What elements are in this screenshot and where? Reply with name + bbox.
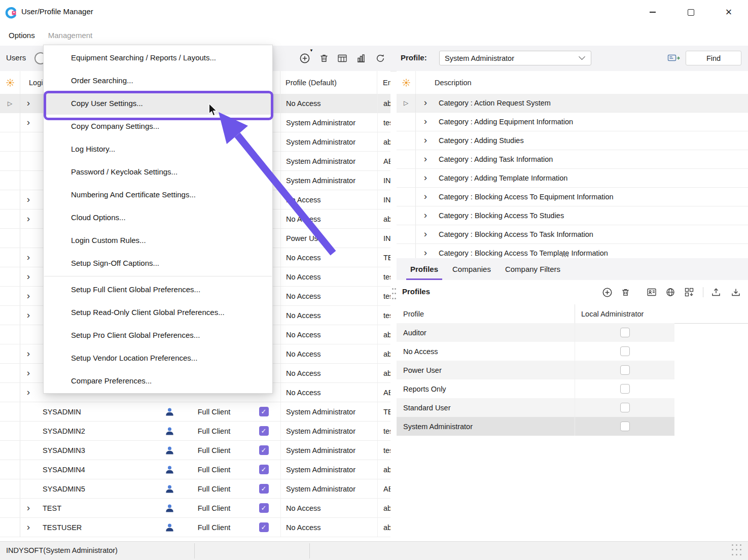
unchecked-checkbox[interactable] — [620, 403, 630, 412]
unchecked-checkbox[interactable] — [620, 422, 630, 431]
column-header-profile[interactable]: Profile — [397, 304, 575, 323]
checked-checkbox-icon[interactable]: ✓ — [259, 484, 269, 494]
menu-item[interactable]: Copy Company Settings... — [44, 115, 272, 137]
description-row[interactable]: ▷ › Category : Adding Template Informati… — [397, 169, 748, 188]
resize-grip[interactable] — [732, 544, 744, 556]
profile-row[interactable]: Reports Only — [397, 379, 674, 398]
maximize-button[interactable] — [679, 0, 702, 24]
profile-dropdown[interactable]: System Administrator — [439, 51, 591, 65]
menu-item[interactable]: Log History... — [44, 137, 272, 160]
close-button[interactable]: × — [717, 0, 740, 24]
menu-item[interactable]: Setup Vendor Location Preferences... — [44, 346, 272, 369]
expand-chevron-icon[interactable]: › — [416, 225, 435, 243]
find-button[interactable]: Find — [686, 51, 741, 65]
expand-chevron-icon[interactable]: › — [20, 248, 37, 267]
enabled-checkbox[interactable]: ✓ — [247, 422, 280, 440]
delete-profile-button[interactable] — [619, 286, 632, 299]
menu-item[interactable]: Login Custom Rules... — [44, 229, 272, 252]
user-table-row[interactable]: ▷ › SYSADMIN2 Full Client ✓ System Admin… — [0, 422, 390, 441]
expand-chevron-icon[interactable]: › — [20, 499, 37, 517]
minimize-button[interactable] — [641, 0, 664, 24]
user-table-row[interactable]: ▷ › SYSADMIN3 Full Client ✓ System Admin… — [0, 441, 390, 460]
unchecked-checkbox[interactable] — [620, 346, 630, 356]
settings-sun-icon[interactable] — [0, 71, 20, 94]
checked-checkbox-icon[interactable]: ✓ — [259, 445, 269, 455]
expand-chevron-icon[interactable]: › — [20, 518, 37, 537]
user-table-row[interactable]: ▷ › SYSADMIN Full Client ✓ System Admini… — [0, 402, 390, 422]
profile-row[interactable]: No Access — [397, 342, 674, 361]
horizontal-splitter-grip[interactable] — [562, 253, 575, 257]
enabled-checkbox[interactable]: ✓ — [247, 499, 280, 517]
tab-companies[interactable]: Companies — [445, 258, 498, 280]
checked-checkbox-icon[interactable]: ✓ — [259, 522, 269, 532]
expand-chevron-icon[interactable]: › — [416, 150, 435, 168]
menu-item[interactable]: Order Searching... — [44, 69, 272, 92]
expand-chevron-icon[interactable]: › — [20, 364, 37, 382]
import-button[interactable] — [729, 286, 742, 299]
description-row[interactable]: ▷ › Category : Blocking Access To Task I… — [397, 225, 748, 244]
menu-item[interactable]: Setup Pro Client Global Preferences... — [44, 324, 272, 346]
copy-profile-icon[interactable] — [667, 53, 681, 64]
expand-chevron-icon[interactable]: › — [20, 94, 37, 113]
enabled-checkbox[interactable]: ✓ — [247, 460, 280, 479]
profile-row[interactable]: Power User — [397, 361, 674, 379]
expand-chevron-icon[interactable]: › — [416, 206, 435, 225]
unchecked-checkbox[interactable] — [620, 365, 630, 375]
expand-chevron-icon[interactable]: › — [416, 131, 435, 150]
checked-checkbox-icon[interactable]: ✓ — [259, 407, 269, 416]
checked-checkbox-icon[interactable]: ✓ — [259, 503, 269, 513]
column-header-email[interactable]: Em — [377, 71, 390, 94]
expand-chevron-icon[interactable]: › — [20, 190, 37, 209]
enabled-checkbox[interactable]: ✓ — [247, 479, 280, 498]
vertical-splitter-grip[interactable] — [392, 288, 396, 301]
description-row[interactable]: ▷ › Category : Adding Task Information — [397, 150, 748, 169]
expand-chevron-icon[interactable]: › — [20, 306, 37, 325]
unchecked-checkbox[interactable] — [620, 328, 630, 337]
expand-chevron-icon[interactable]: › — [20, 113, 37, 132]
menu-options[interactable]: Options — [2, 27, 42, 43]
menu-item[interactable]: Numbering And Certificate Settings... — [44, 183, 272, 206]
tab-profiles[interactable]: Profiles — [403, 258, 445, 280]
menu-item[interactable]: Password / Keycloak Settings... — [44, 160, 272, 183]
description-row[interactable]: ▷ › Category : Adding Studies — [397, 131, 748, 150]
profile-row[interactable]: Standard User — [397, 398, 674, 417]
user-table-row[interactable]: ▷ › TEST Full Client ✓ No Access ab — [0, 499, 390, 518]
grid-add-button[interactable] — [683, 286, 696, 299]
expand-chevron-icon[interactable]: › — [20, 267, 37, 286]
profile-row[interactable]: System Administrator — [397, 417, 674, 436]
column-header-description[interactable]: Description — [416, 71, 748, 94]
menu-item[interactable]: Copy User Settings... — [44, 92, 272, 115]
column-header-profile[interactable]: Profile (Default) — [280, 71, 377, 94]
expand-chevron-icon[interactable]: › — [20, 344, 37, 363]
description-row[interactable]: ▷ › Category : Blocking Access To Equipm… — [397, 188, 748, 206]
description-row[interactable]: ▷ › Category : Action Request System — [397, 94, 748, 113]
unchecked-checkbox[interactable] — [620, 384, 630, 394]
menu-management[interactable]: Management — [42, 27, 99, 43]
description-row[interactable]: ▷ › Category : Adding Equipment Informat… — [397, 113, 748, 131]
user-table-row[interactable]: ▷ › TESTUSER Full Client ✓ No Access ab — [0, 518, 390, 537]
add-dropdown-caret-icon[interactable]: ▼ — [309, 48, 313, 53]
refresh-button[interactable] — [374, 52, 387, 65]
export-button[interactable] — [709, 286, 723, 299]
checked-checkbox-icon[interactable]: ✓ — [259, 465, 269, 474]
checked-checkbox-icon[interactable]: ✓ — [259, 426, 269, 436]
menu-item[interactable]: Setup Read-Only Client Global Preference… — [44, 301, 272, 324]
add-user-button[interactable]: ▼ — [298, 52, 311, 65]
user-table-row[interactable]: ▷ › SYSADMIN5 Full Client ✓ System Admin… — [0, 479, 390, 499]
enabled-checkbox[interactable]: ✓ — [247, 402, 280, 421]
chart-button[interactable] — [354, 52, 368, 65]
expand-chevron-icon[interactable]: › — [20, 383, 37, 402]
menu-item[interactable]: Equipment Searching / Reports / Layouts.… — [44, 46, 272, 69]
enabled-checkbox[interactable]: ✓ — [247, 441, 280, 460]
expand-chevron-icon[interactable]: › — [416, 94, 435, 112]
expand-chevron-icon[interactable]: › — [20, 287, 37, 305]
enabled-checkbox[interactable]: ✓ — [247, 518, 280, 537]
expand-chevron-icon[interactable]: › — [20, 209, 37, 228]
delete-user-button[interactable] — [317, 52, 331, 65]
expand-chevron-icon[interactable]: › — [416, 113, 435, 131]
expand-chevron-icon[interactable]: › — [416, 169, 435, 187]
expand-chevron-icon[interactable]: › — [416, 244, 435, 258]
profile-row[interactable]: Auditor — [397, 323, 674, 342]
menu-item[interactable]: Compare Preferences... — [44, 369, 272, 392]
user-table-row[interactable]: ▷ › SYSADMIN4 Full Client ✓ System Admin… — [0, 460, 390, 479]
